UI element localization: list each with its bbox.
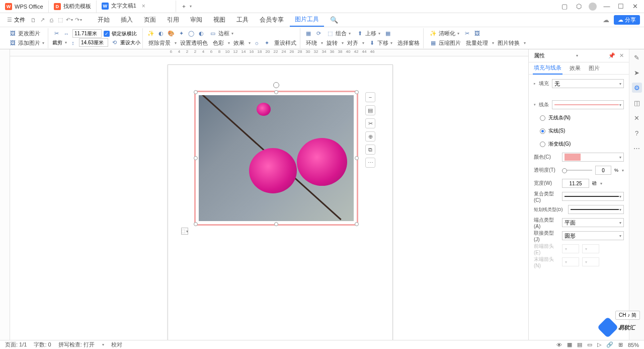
rotate-handle[interactable] xyxy=(273,82,279,88)
resize-handle-br[interactable] xyxy=(355,222,359,226)
menu-pic-tools[interactable]: 图片工具 xyxy=(290,13,324,27)
rail-more-icon[interactable]: ⋯ xyxy=(632,143,642,153)
proof-status[interactable]: 校对 xyxy=(111,341,122,348)
color-button[interactable]: 色彩 xyxy=(211,39,225,47)
align-button[interactable]: 对齐 xyxy=(346,39,360,47)
rail-help-icon[interactable]: ? xyxy=(632,128,642,138)
line-preview[interactable]: ▾ xyxy=(552,100,624,109)
minimize-icon[interactable]: — xyxy=(603,3,611,11)
up-button[interactable]: ⬆上移▾ xyxy=(354,29,382,38)
menu-tools[interactable]: 工具 xyxy=(231,14,254,26)
print-icon[interactable]: ⎙ xyxy=(47,16,55,24)
export-icon[interactable]: ↗ xyxy=(38,16,46,24)
redo-icon[interactable]: ↷▾ xyxy=(74,16,83,24)
compress-button[interactable]: ▦压缩图片 xyxy=(428,38,462,47)
cap-select[interactable]: 平面▾ xyxy=(562,218,624,227)
group-button[interactable]: ⬚组合▾ xyxy=(325,29,352,38)
change-image-button[interactable]: 🖼更改图片 xyxy=(7,29,46,38)
share-button[interactable]: ☁ 分享 xyxy=(614,15,640,25)
menu-start[interactable]: 开始 xyxy=(93,14,115,26)
fill-select[interactable]: 无▾ xyxy=(552,79,624,88)
selection-pane-button[interactable]: 选择窗格 xyxy=(396,39,421,47)
menu-insert[interactable]: 插入 xyxy=(116,14,138,26)
search-icon[interactable]: 🔍 xyxy=(330,16,338,24)
spell-status[interactable]: 拼写检查: 打开 xyxy=(58,341,95,348)
crop-label[interactable]: 裁剪 xyxy=(52,39,62,46)
tab-effect[interactable]: 效果 xyxy=(569,62,582,74)
dash-select[interactable]: ▾ xyxy=(568,205,624,214)
app-tab[interactable]: W WPS Office xyxy=(0,1,49,13)
menu-view[interactable]: 视图 xyxy=(208,14,230,26)
view3-icon[interactable]: ▭ xyxy=(587,341,592,348)
menu-member[interactable]: 会员专享 xyxy=(255,14,289,26)
compound-select[interactable]: ▾ xyxy=(562,192,624,201)
tab-document[interactable]: W 文字文稿1 × xyxy=(97,1,176,13)
link-icon[interactable]: 🔗 xyxy=(606,341,613,348)
resize-handle-tl[interactable] xyxy=(194,90,198,94)
rail-cursor-icon[interactable]: ➤ xyxy=(632,67,642,78)
menu-ref[interactable]: 引用 xyxy=(162,14,184,26)
float-zoom[interactable]: ⊕ xyxy=(365,131,375,142)
cloud-icon[interactable]: ☁ xyxy=(602,16,610,24)
effect-button[interactable]: 效果 xyxy=(232,39,246,47)
fill-section[interactable]: 填充 xyxy=(539,80,549,87)
color-select[interactable]: ▾ xyxy=(562,153,624,162)
tab-fill-line[interactable]: 填充与线条 xyxy=(533,62,562,75)
close-icon[interactable]: × xyxy=(142,3,145,10)
resize-handle-t[interactable] xyxy=(274,90,278,94)
selected-image[interactable] xyxy=(194,91,358,226)
new-tab[interactable]: ＋▾ xyxy=(176,1,197,13)
rail-tools-icon[interactable]: ✕ xyxy=(632,113,642,123)
resize-handle-b[interactable] xyxy=(274,222,278,226)
page-status[interactable]: 页面: 1/1 xyxy=(5,341,27,348)
resize-handle-bl[interactable] xyxy=(194,222,198,226)
ime-badge[interactable]: CH ♪ 简 xyxy=(615,311,640,320)
resize-handle-tr[interactable] xyxy=(355,90,359,94)
avatar-icon[interactable] xyxy=(589,3,597,11)
rail-pen-icon[interactable]: ✎ xyxy=(632,52,642,62)
view2-icon[interactable]: ▤ xyxy=(577,341,582,348)
float-more[interactable]: ⋯ xyxy=(365,158,375,168)
rotate-button[interactable]: 旋转 xyxy=(325,39,339,47)
grid-icon[interactable]: ⊞ xyxy=(618,341,623,348)
add-image-button[interactable]: 🖼添加图片▾ xyxy=(7,38,46,47)
transparency-input[interactable] xyxy=(595,166,611,175)
remove-bg-button[interactable]: 抠除背景 xyxy=(147,39,172,47)
resize-handle-l[interactable] xyxy=(194,156,198,160)
tab-image[interactable]: 图片 xyxy=(588,62,601,74)
pin-icon[interactable]: 📌 xyxy=(608,52,615,58)
canvas[interactable]: 6422468101214161820222426283032343638404… xyxy=(10,49,528,340)
float-copy[interactable]: ⧉ xyxy=(365,145,375,155)
play-icon[interactable]: ▷ xyxy=(597,341,601,348)
line-section[interactable]: 线条 xyxy=(539,101,549,108)
rail-layers-icon[interactable]: ◫ xyxy=(632,98,642,108)
preview-icon[interactable]: ⬚ xyxy=(56,16,64,24)
lock-ratio-checkbox[interactable]: ✓ xyxy=(104,31,110,37)
close-panel-icon[interactable]: ✕ xyxy=(619,52,624,58)
maximize-icon[interactable]: ☐ xyxy=(617,3,625,11)
window-icon[interactable]: ▢ xyxy=(560,3,569,11)
convert-button[interactable]: 图片转换 xyxy=(496,39,521,47)
menu-review[interactable]: 审阅 xyxy=(185,14,207,26)
float-minus[interactable]: − xyxy=(365,92,375,102)
float-crop[interactable]: ✂ xyxy=(365,118,375,128)
anchor-button[interactable]: ⬚▾ xyxy=(181,228,188,235)
file-menu[interactable]: ☰文件 xyxy=(4,16,28,24)
join-select[interactable]: 圆形▾ xyxy=(562,231,624,240)
word-count[interactable]: 字数: 0 xyxy=(34,341,51,348)
border-button[interactable]: ▭边框▾ xyxy=(207,29,235,38)
eye-icon[interactable]: 👁 xyxy=(556,342,562,348)
cube-icon[interactable]: ⬡ xyxy=(575,3,583,11)
transparency-button[interactable]: 设置透明色 xyxy=(179,39,209,47)
radio-gradient[interactable] xyxy=(540,142,545,147)
height-input[interactable] xyxy=(79,38,108,47)
close-window-icon[interactable]: ✕ xyxy=(631,3,639,11)
tab-template[interactable]: D 找稻壳模板 xyxy=(49,1,97,13)
save-icon[interactable]: 🗋 xyxy=(29,16,37,24)
line-width-input[interactable] xyxy=(562,179,589,188)
clarity-button[interactable]: ✨清晰化▾ xyxy=(428,29,461,38)
undo-icon[interactable]: ↶▾ xyxy=(65,16,73,24)
down-button[interactable]: ⬇下移▾ xyxy=(366,38,394,47)
radio-none[interactable] xyxy=(540,115,545,121)
width-input[interactable] xyxy=(72,29,102,38)
